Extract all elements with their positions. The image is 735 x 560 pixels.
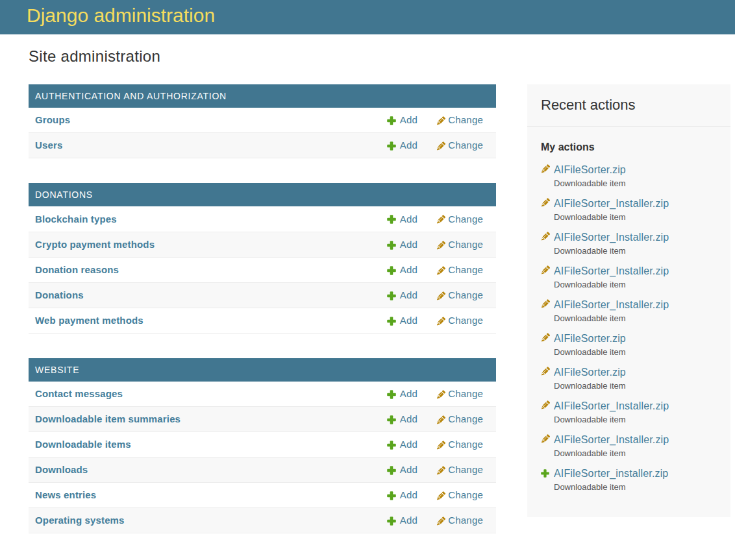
add-link[interactable]: Add <box>386 289 417 300</box>
recent-action-item: AIFileSorter_Installer.zip Downloadable … <box>541 433 717 459</box>
change-link[interactable]: Change <box>435 114 483 125</box>
add-icon <box>387 466 396 475</box>
change-link[interactable]: Change <box>435 315 483 326</box>
app-section-link[interactable]: DONATIONS <box>29 183 496 206</box>
recent-action-item: AIFileSorter_installer.zip Downloadable … <box>541 467 717 493</box>
model-link[interactable]: Operating systems <box>35 515 125 526</box>
model-row: Downloadable items Add Change <box>29 432 496 457</box>
model-link[interactable]: Donations <box>35 289 84 300</box>
add-link[interactable]: Add <box>386 140 417 151</box>
add-link[interactable]: Add <box>386 114 417 125</box>
recent-action-link[interactable]: AIFileSorter_Installer.zip <box>554 198 669 209</box>
model-link[interactable]: Downloads <box>35 464 88 475</box>
recent-action-link[interactable]: AIFileSorter_installer.zip <box>554 468 668 479</box>
add-icon <box>387 517 396 526</box>
model-link[interactable]: Users <box>35 140 62 151</box>
recent-action-type: Downloadable item <box>554 210 717 223</box>
model-link[interactable]: Downloadable item summaries <box>35 413 181 424</box>
add-link[interactable]: Add <box>386 439 417 450</box>
add-icon <box>387 116 396 125</box>
change-icon <box>436 317 445 326</box>
model-row: Crypto payment methods Add Change <box>29 232 496 257</box>
add-link[interactable]: Add <box>386 489 417 500</box>
add-icon <box>387 415 396 424</box>
my-actions-heading: My actions <box>527 127 730 154</box>
change-icon <box>436 215 445 224</box>
model-link[interactable]: Blockchain types <box>35 213 117 225</box>
sidebar: Recent actions My actions AIFileSorter.z… <box>527 84 730 517</box>
change-link[interactable]: Change <box>435 464 483 475</box>
change-icon <box>436 266 445 275</box>
add-icon <box>387 491 396 500</box>
change-link[interactable]: Change <box>435 239 483 250</box>
add-icon <box>387 241 396 250</box>
change-icon <box>436 517 445 526</box>
recent-action-type: Downloadable item <box>554 345 717 358</box>
change-icon <box>436 466 445 475</box>
change-link[interactable]: Change <box>435 388 483 399</box>
recent-action-type: Downloadable item <box>554 311 717 324</box>
add-link[interactable]: Add <box>386 464 417 475</box>
recent-action-link[interactable]: AIFileSorter.zip <box>554 164 626 175</box>
site-title[interactable]: Django administration <box>27 5 706 26</box>
recent-action-link[interactable]: AIFileSorter_Installer.zip <box>554 434 669 445</box>
change-icon <box>541 265 550 274</box>
model-row: Web payment methods Add Change <box>29 308 496 333</box>
add-icon <box>387 266 396 275</box>
change-link[interactable]: Change <box>435 489 483 500</box>
add-icon <box>387 317 396 326</box>
change-icon <box>436 415 445 424</box>
recent-action-link[interactable]: AIFileSorter_Installer.zip <box>554 265 669 276</box>
recent-action-link[interactable]: AIFileSorter_Installer.zip <box>554 232 669 243</box>
model-link[interactable]: Downloadable items <box>35 439 131 450</box>
change-link[interactable]: Change <box>435 413 483 424</box>
model-link[interactable]: Crypto payment methods <box>35 239 155 250</box>
change-link[interactable]: Change <box>435 289 483 300</box>
change-icon <box>541 299 550 308</box>
add-link[interactable]: Add <box>386 213 417 225</box>
model-link[interactable]: Web payment methods <box>35 315 143 326</box>
recent-action-link[interactable]: AIFileSorter.zip <box>554 333 626 344</box>
add-link[interactable]: Add <box>386 264 417 275</box>
add-icon <box>387 441 396 450</box>
add-link[interactable]: Add <box>386 315 417 326</box>
model-link[interactable]: Donation reasons <box>35 264 119 275</box>
recent-action-item: AIFileSorter_Installer.zip Downloadable … <box>541 298 717 324</box>
recent-action-type: Downloadable item <box>554 446 717 459</box>
change-link[interactable]: Change <box>435 213 483 225</box>
page-title: Site administration <box>29 47 730 66</box>
change-link[interactable]: Change <box>435 439 483 450</box>
change-icon <box>436 141 445 151</box>
add-link[interactable]: Add <box>386 413 417 424</box>
add-link[interactable]: Add <box>386 239 417 250</box>
model-link[interactable]: Groups <box>35 114 70 125</box>
change-link[interactable]: Change <box>435 515 483 526</box>
recent-actions-title: Recent actions <box>527 84 730 127</box>
change-icon <box>541 333 550 342</box>
action-list: AIFileSorter.zip Downloadable item AIFil… <box>527 164 730 517</box>
recent-action-item: AIFileSorter_Installer.zip Downloadable … <box>541 231 717 256</box>
recent-action-link[interactable]: AIFileSorter_Installer.zip <box>554 299 669 310</box>
recent-action-link[interactable]: AIFileSorter_Installer.zip <box>554 400 669 411</box>
add-link[interactable]: Add <box>386 515 417 526</box>
add-icon <box>387 215 396 224</box>
model-row: Donation reasons Add Change <box>29 257 496 282</box>
change-icon <box>436 491 445 500</box>
model-link[interactable]: News entries <box>35 489 96 500</box>
app-module: WEBSITE Contact messages Add Change Down… <box>29 358 496 534</box>
recent-action-link[interactable]: AIFileSorter.zip <box>554 367 626 378</box>
app-list: AUTHENTICATION AND AUTHORIZATION Groups … <box>29 84 496 559</box>
model-row: Operating systems Add Change <box>29 508 496 533</box>
change-link[interactable]: Change <box>435 264 483 275</box>
change-link[interactable]: Change <box>435 140 483 151</box>
model-link[interactable]: Contact messages <box>35 388 123 399</box>
recent-action-type: Downloadable item <box>554 244 717 256</box>
recent-actions-module: Recent actions My actions AIFileSorter.z… <box>527 84 730 517</box>
model-row: News entries Add Change <box>29 483 496 508</box>
app-section-link[interactable]: WEBSITE <box>29 358 496 382</box>
app-section-link[interactable]: AUTHENTICATION AND AUTHORIZATION <box>29 84 496 108</box>
add-link[interactable]: Add <box>386 388 417 399</box>
recent-action-item: AIFileSorter.zip Downloadable item <box>541 164 717 189</box>
change-icon <box>541 400 550 409</box>
change-icon <box>541 434 550 443</box>
